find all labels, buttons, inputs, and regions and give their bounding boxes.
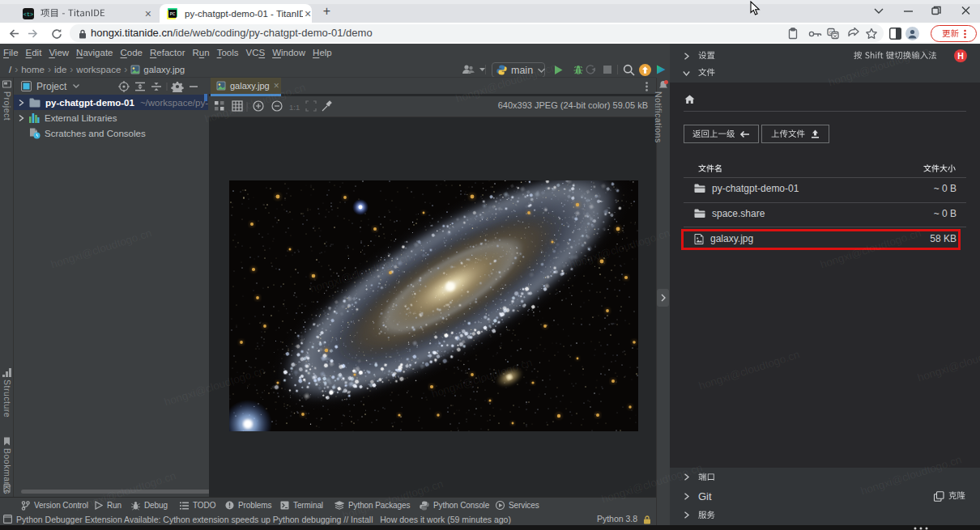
- svg-text:PC: PC: [170, 11, 176, 17]
- svg-text:<t>: <t>: [23, 11, 34, 18]
- svg-text:1:1: 1:1: [289, 103, 300, 112]
